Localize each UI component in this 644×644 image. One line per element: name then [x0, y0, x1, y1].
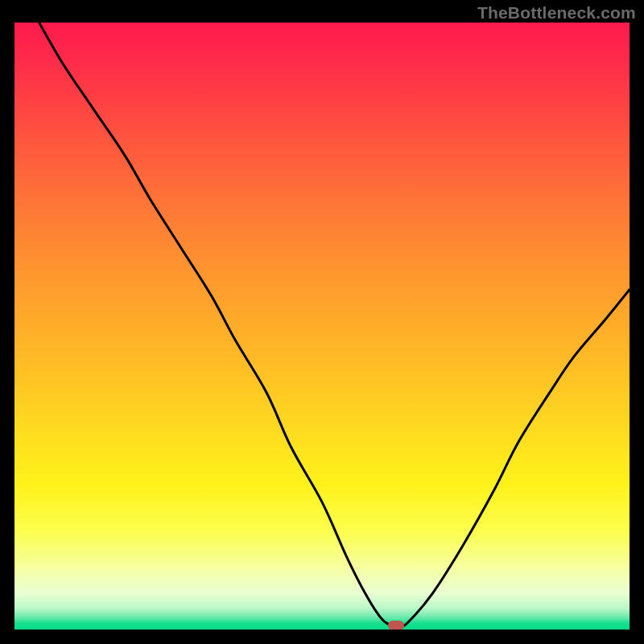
chart-frame: TheBottleneck.com — [0, 0, 644, 644]
plot-inner — [14, 23, 630, 630]
watermark-text: TheBottleneck.com — [477, 3, 636, 23]
optimal-point-marker — [388, 621, 404, 630]
plot-area — [14, 23, 630, 630]
bottleneck-curve — [14, 23, 630, 630]
